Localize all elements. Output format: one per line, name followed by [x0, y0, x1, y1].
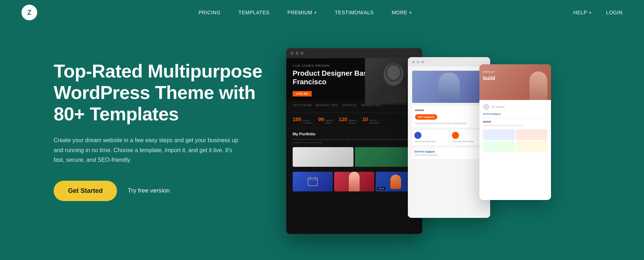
- tertiary-grid: [483, 129, 547, 152]
- tertiary-hero: Group build: [479, 64, 551, 100]
- nav-more[interactable]: MORE +: [392, 10, 412, 15]
- secondary-hero-img: [412, 71, 486, 103]
- brand-3: MOSCAT: [342, 104, 357, 107]
- browser-content: I'am James Brown Product Designer Based …: [286, 58, 422, 234]
- nav-center: PRICING TEMPLATES PREMIUM + TESTIMONIALS…: [199, 10, 412, 15]
- sec-description: Lorem ipsum dolor sit amet consectetur a…: [415, 122, 483, 125]
- hero-text-block: Top-Rated Multipurpose WordPress Theme w…: [54, 46, 268, 201]
- thumb-2: [334, 172, 374, 191]
- stat-2: 99 SatisfiedClients: [318, 116, 333, 124]
- sec-dot-3: [421, 61, 424, 63]
- tertiary-tag: Group: [483, 70, 495, 74]
- portfolio-grid: [293, 147, 416, 167]
- brand-logo[interactable]: Z: [21, 5, 37, 20]
- sec-card-text-1: Lorem ipsum dolor sit amet: [414, 140, 446, 143]
- tc-cell-2: [516, 129, 548, 140]
- stat-label-2: SatisfiedClients: [325, 119, 333, 124]
- stat-num-4: 10: [362, 116, 368, 122]
- stat-num-3: 120: [339, 116, 347, 122]
- hero-title: Top-Rated Multipurpose WordPress Theme w…: [54, 61, 268, 125]
- svg-point-3: [387, 65, 400, 80]
- stat-num-2: 99: [318, 116, 324, 122]
- tertiary-free-text: Get Free Support: [483, 113, 547, 115]
- browser-dot-green: [301, 52, 303, 55]
- hero-images: I'am James Brown Product Designer Based …: [268, 46, 615, 260]
- secondary-white-section: webull 24/7 Supports Lorem ipsum dolor s…: [412, 106, 486, 128]
- thumb-row: 03:44: [286, 170, 422, 194]
- sec-card-dot-1: [414, 132, 421, 139]
- brand-2: mOBIOC PRO: [316, 104, 338, 107]
- browser-bar: [286, 48, 422, 58]
- tertiary-section-heading: webull: [483, 120, 547, 123]
- secondary-browser-bar: [408, 57, 490, 66]
- tertiary-support-label: 24/7 Supports: [491, 106, 504, 108]
- nav-templates[interactable]: TEMPLATES: [239, 10, 270, 15]
- sec-heading: webull: [415, 109, 483, 112]
- sec-card-dot-2: [452, 132, 459, 139]
- portfolio-cell-2: [355, 147, 416, 167]
- portfolio-section: My Portfolio Lorem ipsum dolor sit amet …: [286, 128, 422, 170]
- nav-testimonials[interactable]: TESTIMONIALS: [335, 10, 374, 15]
- tc-cell-4: [516, 141, 548, 152]
- hero-buttons: Get Started Try free version: [54, 181, 268, 201]
- sec-free-support-section: Get Free Support Lorem ipsum consectetur: [412, 148, 486, 159]
- main-browser-mockup: I'am James Brown Product Designer Based …: [286, 48, 422, 234]
- nav-premium[interactable]: PREMIUM +: [287, 10, 317, 15]
- tc-cell-3: [483, 141, 515, 152]
- sec-free-support-text: Get Free Support: [414, 150, 484, 154]
- sec-support-desc: Lorem ipsum consectetur: [414, 154, 484, 156]
- thumb-1: [293, 172, 333, 191]
- portfolio-cta-btn: HIRE ME: [293, 91, 312, 96]
- logo-letter: Z: [28, 9, 31, 16]
- secondary-cards: Lorem ipsum dolor sit amet Lorem ipsum d…: [412, 130, 486, 145]
- portfolio-cell-1: [293, 147, 353, 167]
- tertiary-avatar: [483, 104, 489, 110]
- video-badge: 03:44: [377, 187, 385, 190]
- sec-dot-2: [417, 61, 419, 63]
- browser-dot-red: [291, 52, 293, 55]
- sec-card-1: Lorem ipsum dolor sit amet: [412, 130, 448, 145]
- tertiary-person: [530, 71, 547, 100]
- tertiary-section-text: Lorem ipsum dolor sit amet consectetur a…: [483, 124, 547, 127]
- stat-label-1: ProjectsCompleted: [302, 119, 312, 124]
- sec-card-text-2: Lorem ipsum dolor sit amet: [452, 140, 484, 143]
- stat-4: 10 Years ofExperience: [362, 116, 380, 124]
- stat-3: 120 SelectedProjects: [339, 116, 357, 124]
- get-started-button[interactable]: Get Started: [54, 181, 117, 201]
- sec-person-silhouette: [438, 72, 460, 101]
- portfolio-section-heading: My Portfolio: [293, 132, 416, 136]
- secondary-browser-mockup: webull 24/7 Supports Lorem ipsum dolor s…: [408, 57, 490, 218]
- stat-1: 189 ProjectsCompleted: [293, 116, 312, 124]
- sec-support-badge: 24/7 Supports: [415, 114, 437, 120]
- hero-subtitle: Create your dream website in a few easy …: [54, 135, 240, 165]
- hero-section: Top-Rated Multipurpose WordPress Theme w…: [0, 25, 644, 260]
- sec-dot-1: [412, 61, 415, 63]
- stat-label-4: Years ofExperience: [369, 119, 380, 124]
- portfolio-section-text: Lorem ipsum dolor sit amet consectetur a…: [293, 138, 416, 144]
- tertiary-content: 24/7 Supports Get Free Support webull Lo…: [479, 100, 551, 155]
- stat-num-1: 189: [293, 116, 301, 122]
- nav-pricing[interactable]: PRICING: [199, 10, 221, 15]
- brand-1: SPECTRUM: [293, 104, 312, 107]
- svg-rect-2: [381, 86, 406, 103]
- stat-label-3: SelectedProjects: [348, 119, 356, 124]
- svg-rect-4: [308, 178, 317, 186]
- tertiary-browser-mockup: Group build 24/7 Supports Get Free Suppo…: [479, 64, 551, 200]
- man-svg: [376, 60, 411, 103]
- tertiary-support-row: 24/7 Supports: [483, 104, 547, 110]
- stats-row: 189 ProjectsCompleted 99 SatisfiedClient…: [286, 112, 422, 128]
- navbar: Z PRICING TEMPLATES PREMIUM + TESTIMONIA…: [0, 0, 644, 25]
- nav-help[interactable]: HELP +: [574, 10, 592, 15]
- try-free-button[interactable]: Try free version: [128, 187, 170, 194]
- nav-right: HELP + LOGIN: [574, 10, 623, 15]
- calendar-icon: [307, 176, 318, 187]
- nav-login[interactable]: LOGIN: [606, 10, 623, 15]
- secondary-browser-content: webull 24/7 Supports Lorem ipsum dolor s…: [408, 66, 490, 218]
- tertiary-divider: [483, 118, 547, 118]
- browser-dot-yellow: [296, 52, 298, 55]
- tc-cell-1: [483, 129, 515, 140]
